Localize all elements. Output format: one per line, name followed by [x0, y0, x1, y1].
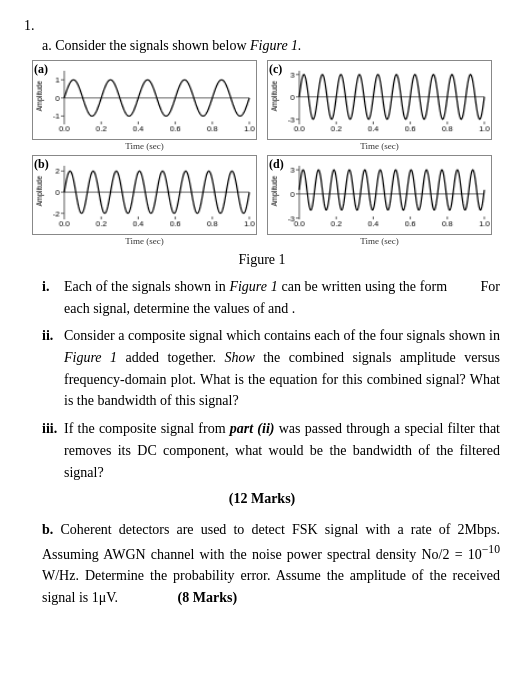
graph-c-label: (c) [269, 62, 282, 77]
part-a-intro: a. Consider the signals shown below Figu… [42, 38, 500, 54]
graph-c-xlabel: Time (sec) [360, 141, 398, 151]
graph-b-label: (b) [34, 157, 49, 172]
marks-b-inline: (8 Marks) [178, 590, 238, 605]
graph-a-xlabel: Time (sec) [125, 141, 163, 151]
part-iii: iii. If the composite signal from part (… [42, 418, 500, 483]
marks-a: (12 Marks) [24, 491, 500, 507]
graph-d-label: (d) [269, 157, 284, 172]
part-iii-label: iii. [42, 418, 64, 440]
graph-c: (c) Time (sec) [267, 60, 492, 151]
graphs-grid: (a) Time (sec) (c) Time (sec) (b) Time (… [32, 60, 492, 246]
graph-a-label: (a) [34, 62, 48, 77]
figure-container: (a) Time (sec) (c) Time (sec) (b) Time (… [24, 60, 500, 272]
exponent: −10 [482, 543, 500, 556]
graph-b-xlabel: Time (sec) [125, 236, 163, 246]
question-body: i. Each of the signals shown in Figure 1… [42, 276, 500, 483]
part-i-label: i. [42, 276, 64, 298]
part-iii-text: If the composite signal from part (ii) w… [64, 418, 500, 483]
part-ii: ii. Consider a composite signal which co… [42, 325, 500, 412]
question-number: 1. [24, 18, 500, 34]
graph-a: (a) Time (sec) [32, 60, 257, 151]
graph-b-canvas [32, 155, 257, 235]
part-ii-label: ii. [42, 325, 64, 347]
graph-c-canvas [267, 60, 492, 140]
figure-caption: Figure 1 [238, 252, 285, 268]
part-i: i. Each of the signals shown in Figure 1… [42, 276, 500, 319]
part-b-container: b. Coherent detectors are used to detect… [42, 519, 500, 608]
part-b-text: b. Coherent detectors are used to detect… [42, 519, 500, 608]
part-b-label: b. [42, 522, 53, 537]
graph-d: (d) Time (sec) [267, 155, 492, 246]
part-i-text: Each of the signals shown in Figure 1 ca… [64, 276, 500, 319]
graph-d-canvas [267, 155, 492, 235]
part-ii-text: Consider a composite signal which contai… [64, 325, 500, 412]
graph-a-canvas [32, 60, 257, 140]
graph-d-xlabel: Time (sec) [360, 236, 398, 246]
figure-ref-intro: Figure 1. [250, 38, 302, 53]
graph-b: (b) Time (sec) [32, 155, 257, 246]
part-a-label-text: a. Consider the signals shown below [42, 38, 247, 53]
